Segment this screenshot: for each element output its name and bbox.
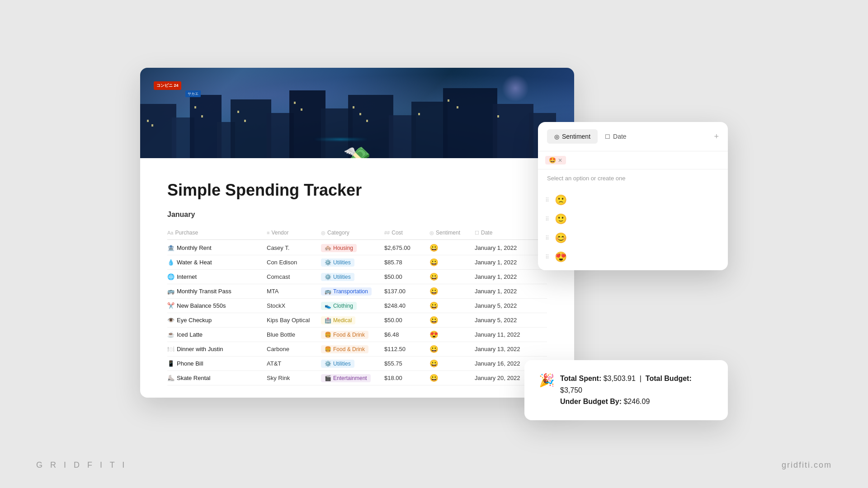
category-label-9: Entertainment: [333, 375, 367, 381]
purchase-name-3: Monthly Transit Pass: [177, 288, 231, 295]
cell-purchase-1: 💧 Water & Heat: [167, 259, 267, 266]
budget-row: 🎉 Total Spent: $3,503.91 | Total Budget:…: [539, 373, 713, 408]
notion-content: Simple Spending Tracker January Aa Purch…: [140, 158, 574, 398]
budget-line1: Total Spent: $3,503.91 | Total Budget: $…: [560, 373, 713, 396]
cell-vendor-6: Blue Bottle: [267, 331, 321, 338]
budget-text: Total Spent: $3,503.91 | Total Budget: $…: [560, 373, 713, 408]
purchase-name-1: Water & Heat: [177, 259, 212, 266]
cell-category-1[interactable]: ⚙️ Utilities: [321, 258, 384, 267]
category-label-2: Utilities: [333, 274, 351, 280]
table-row[interactable]: 🚌 Monthly Transit Pass MTA 🚌 Transportat…: [167, 284, 547, 299]
category-badge-8: ⚙️ Utilities: [321, 360, 354, 368]
notion-card: コンビニ 24 サカエ 💸 Simple Spending Tracker Ja…: [140, 68, 574, 398]
cell-sentiment-5[interactable]: 😀: [429, 316, 475, 324]
table-row[interactable]: 👁️ Eye Checkup Kips Bay Optical 🏥 Medica…: [167, 313, 547, 328]
th-vendor: ≡ Vendor: [267, 229, 321, 237]
category-badge-4: 👟 Clothing: [321, 302, 357, 310]
table-row[interactable]: 📱 Phone Bill AT&T ⚙️ Utilities $55.75 😀 …: [167, 357, 547, 371]
cell-sentiment-2[interactable]: 😀: [429, 272, 475, 281]
cell-category-4[interactable]: 👟 Clothing: [321, 302, 384, 310]
cell-sentiment-3[interactable]: 😀: [429, 287, 475, 296]
cell-vendor-0: Casey T.: [267, 244, 321, 251]
dropdown-header: ◎ Sentiment ☐ Date +: [538, 122, 728, 151]
category-icon-0: 🏘️: [325, 245, 331, 251]
sentiment-dropdown[interactable]: ◎ Sentiment ☐ Date + 🤩 ✕ Select an optio…: [538, 122, 728, 270]
cell-sentiment-4[interactable]: 😀: [429, 301, 475, 310]
cell-purchase-4: ✂️ New Balance 550s: [167, 302, 267, 309]
cell-category-2[interactable]: ⚙️ Utilities: [321, 273, 384, 281]
cell-sentiment-6[interactable]: 😍: [429, 330, 475, 339]
table-row[interactable]: 🌐 Internet Comcast ⚙️ Utilities $50.00 😀…: [167, 270, 547, 284]
tag-remove-button[interactable]: ✕: [558, 157, 562, 164]
add-property-button[interactable]: +: [714, 132, 719, 141]
purchase-icon-2: 🌐: [167, 273, 175, 280]
cell-sentiment-9[interactable]: 😀: [429, 374, 475, 382]
cell-purchase-2: 🌐 Internet: [167, 273, 267, 280]
tab-sentiment[interactable]: ◎ Sentiment: [547, 129, 598, 144]
th-purchase-icon: Aa: [167, 230, 173, 235]
page-icon: 💸: [343, 145, 371, 158]
category-badge-0: 🏘️ Housing: [321, 244, 357, 252]
dropdown-option-1[interactable]: ⠿ 🙂: [538, 210, 728, 229]
sentiment-tab-icon: ◎: [554, 133, 559, 140]
drag-handle-0: ⠿: [545, 197, 549, 203]
category-badge-7: 🍔 Food & Drink: [321, 345, 368, 353]
th-cost-icon: ##: [384, 230, 390, 235]
cell-category-5[interactable]: 🏥 Medical: [321, 316, 384, 324]
table-row[interactable]: 💧 Water & Heat Con Edison ⚙️ Utilities $…: [167, 255, 547, 270]
table-row[interactable]: ⛸️ Skate Rental Sky Rink 🎬 Entertainment…: [167, 371, 547, 385]
cell-sentiment-8[interactable]: 😀: [429, 359, 475, 368]
dropdown-search-input[interactable]: [570, 157, 721, 164]
category-badge-6: 🍔 Food & Drink: [321, 331, 368, 339]
selected-tag-emoji: 🤩: [549, 157, 556, 164]
dropdown-option-0[interactable]: ⠿ 🙁: [538, 191, 728, 210]
total-budget-value: $3,750: [560, 386, 582, 394]
table-body: 🏦 Monthly Rent Casey T. 🏘️ Housing $2,67…: [167, 241, 547, 385]
category-icon-6: 🍔: [325, 332, 331, 338]
cell-purchase-6: ☕ Iced Latte: [167, 331, 267, 338]
table-row[interactable]: ✂️ New Balance 550s StockX 👟 Clothing $2…: [167, 299, 547, 313]
category-badge-2: ⚙️ Utilities: [321, 273, 354, 281]
tab-date[interactable]: ☐ Date: [598, 129, 634, 144]
cell-category-0[interactable]: 🏘️ Housing: [321, 244, 384, 252]
category-icon-4: 👟: [325, 303, 331, 309]
cover-image: コンビニ 24 サカエ 💸: [140, 68, 574, 158]
cell-sentiment-1[interactable]: 😀: [429, 258, 475, 267]
cell-category-6[interactable]: 🍔 Food & Drink: [321, 331, 384, 339]
category-label-6: Food & Drink: [333, 332, 365, 338]
category-badge-9: 🎬 Entertainment: [321, 374, 371, 382]
cell-cost-6: $6.48: [384, 331, 429, 338]
table-row[interactable]: 🏦 Monthly Rent Casey T. 🏘️ Housing $2,67…: [167, 241, 547, 255]
total-spent-value: $3,503.91: [604, 375, 636, 382]
cell-category-8[interactable]: ⚙️ Utilities: [321, 360, 384, 368]
category-icon-2: ⚙️: [325, 274, 331, 280]
dropdown-option-3[interactable]: ⠿ 😍: [538, 248, 728, 267]
category-label-8: Utilities: [333, 361, 351, 367]
cell-vendor-7: Carbone: [267, 346, 321, 352]
sentiment-emoji-4: 😀: [429, 301, 439, 310]
cell-sentiment-7[interactable]: 😀: [429, 345, 475, 353]
cell-cost-8: $55.75: [384, 360, 429, 367]
cell-vendor-8: AT&T: [267, 360, 321, 367]
total-spent-label: Total Spent:: [560, 375, 601, 382]
page-title: Simple Spending Tracker: [167, 181, 547, 200]
cell-sentiment-0[interactable]: 😀: [429, 244, 475, 252]
cell-category-9[interactable]: 🎬 Entertainment: [321, 374, 384, 382]
cell-date-2: January 1, 2022: [475, 273, 542, 280]
budget-line2: Under Budget By: $246.09: [560, 396, 713, 408]
cell-cost-9: $18.00: [384, 375, 429, 381]
cell-cost-1: $85.78: [384, 259, 429, 266]
purchase-name-2: Internet: [177, 273, 197, 280]
dropdown-option-2[interactable]: ⠿ 😊: [538, 229, 728, 248]
category-label-3: Transportation: [333, 288, 368, 295]
section-label: January: [167, 211, 547, 219]
table-row[interactable]: 🍽️ Dinner with Justin Carbone 🍔 Food & D…: [167, 342, 547, 357]
cell-vendor-5: Kips Bay Optical: [267, 317, 321, 324]
neon-glow: [314, 139, 368, 140]
th-date-icon: ☐: [475, 230, 479, 236]
cell-category-7[interactable]: 🍔 Food & Drink: [321, 345, 384, 353]
cell-category-3[interactable]: 🚌 Transportation: [321, 287, 384, 296]
table-row[interactable]: ☕ Iced Latte Blue Bottle 🍔 Food & Drink …: [167, 328, 547, 342]
th-category: ◎ Category: [321, 229, 384, 237]
sentiment-emoji-3: 😀: [429, 287, 439, 296]
